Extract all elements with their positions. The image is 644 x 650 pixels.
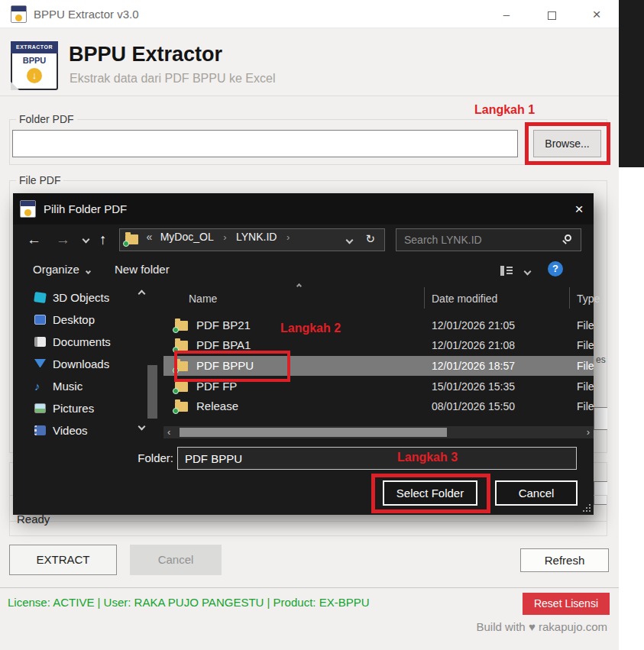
sidebar-scrollbar-thumb[interactable] bbox=[147, 365, 157, 419]
folder-icon bbox=[175, 341, 188, 351]
pictures-icon bbox=[34, 403, 46, 413]
sidebar-item-documents[interactable]: Documents bbox=[13, 331, 147, 353]
3d-objects-icon bbox=[34, 292, 47, 303]
refresh-button[interactable]: Refresh bbox=[520, 548, 609, 572]
folder-pdf-input[interactable] bbox=[12, 130, 518, 157]
dialog-cancel-button[interactable]: Cancel bbox=[495, 480, 578, 506]
help-icon[interactable]: ? bbox=[548, 261, 563, 276]
view-dropdown-icon[interactable] bbox=[524, 268, 532, 276]
scroll-left-icon[interactable]: ‹ bbox=[167, 426, 170, 438]
app-window: BPPU Extractor v3.0 EXTRACTOR BPPU ↓ BPP… bbox=[0, 0, 619, 650]
sync-badge-icon bbox=[173, 388, 179, 394]
screen: BPPU Extractor v3.0 EXTRACTOR BPPU ↓ BPP… bbox=[0, 0, 644, 650]
history-chevron-icon[interactable] bbox=[83, 236, 90, 244]
credit-text: Build with ♥ rakapujo.com bbox=[0, 620, 607, 633]
maximize-icon bbox=[548, 11, 556, 20]
sort-ascending-icon bbox=[296, 283, 302, 289]
sync-badge-icon bbox=[173, 408, 179, 414]
downloads-icon bbox=[34, 359, 46, 369]
sidebar-item-downloads[interactable]: Downloads bbox=[13, 353, 147, 375]
screen-black-region bbox=[619, 0, 644, 167]
hidden-button-fragment-1 bbox=[594, 407, 607, 430]
page-fold bbox=[11, 82, 19, 90]
refresh-icon[interactable] bbox=[365, 232, 375, 246]
breadcrumb-root[interactable]: MyDoc_OL bbox=[160, 231, 214, 243]
close-button[interactable] bbox=[581, 0, 612, 28]
folder-field-label: Folder: bbox=[134, 447, 173, 470]
resize-grip[interactable] bbox=[581, 503, 591, 512]
sync-badge-icon bbox=[173, 327, 179, 333]
sync-badge-icon bbox=[123, 241, 129, 247]
file-row[interactable]: Release08/01/2026 15:50File folder bbox=[163, 396, 594, 416]
reset-license-button[interactable]: Reset Lisensi bbox=[523, 593, 610, 615]
organize-menu[interactable]: Organize bbox=[33, 255, 90, 284]
videos-icon bbox=[34, 425, 46, 435]
breadcrumb-current[interactable]: LYNK.ID bbox=[236, 231, 277, 243]
maximize-button[interactable] bbox=[536, 0, 567, 28]
back-icon[interactable] bbox=[27, 225, 41, 255]
breadcrumb-prefix: « bbox=[146, 231, 152, 243]
horizontal-scrollbar[interactable]: ‹ › bbox=[163, 426, 594, 438]
annotation-box-step-3 bbox=[371, 474, 490, 513]
app-logo: EXTRACTOR BPPU ↓ bbox=[11, 41, 58, 90]
download-icon: ↓ bbox=[27, 68, 42, 83]
breadcrumb[interactable]: « MyDoc_OL › LYNK.ID › bbox=[119, 228, 385, 251]
logo-banner: EXTRACTOR bbox=[11, 41, 58, 53]
logo-label: BPPU bbox=[12, 56, 57, 65]
license-text: License: ACTIVE | User: RAKA PUJO PANGES… bbox=[8, 596, 370, 609]
column-divider bbox=[424, 287, 425, 309]
documents-icon bbox=[34, 337, 46, 347]
sidebar-item-videos[interactable]: Videos bbox=[13, 419, 147, 441]
address-dropdown-icon[interactable] bbox=[346, 237, 354, 244]
text-fragment: es bbox=[596, 354, 606, 365]
folder-pdf-label: Folder PDF bbox=[16, 113, 77, 125]
footer-divider bbox=[0, 587, 619, 588]
annotation-step-1: Langkah 1 bbox=[474, 103, 535, 117]
search-placeholder: Search LYNK.ID bbox=[404, 229, 482, 251]
annotation-box-step-2 bbox=[174, 351, 290, 382]
organize-chevron-icon bbox=[86, 269, 91, 274]
scrollbar-thumb[interactable] bbox=[180, 428, 447, 437]
scroll-right-icon[interactable]: › bbox=[587, 426, 590, 438]
breadcrumb-sep-2: › bbox=[286, 231, 290, 243]
sidebar-item-desktop[interactable]: Desktop bbox=[13, 309, 147, 331]
folder-name-input[interactable] bbox=[177, 447, 577, 470]
column-name[interactable]: Name bbox=[189, 289, 217, 309]
search-icon[interactable] bbox=[565, 234, 571, 241]
view-details-icon[interactable] bbox=[500, 266, 513, 276]
column-type[interactable]: Type bbox=[577, 289, 600, 309]
folder-icon bbox=[125, 234, 138, 244]
column-date-modified[interactable]: Date modified bbox=[432, 289, 497, 309]
sidebar-item-3d-objects[interactable]: 3D Objects bbox=[13, 286, 147, 309]
up-icon[interactable] bbox=[99, 225, 107, 255]
dialog-close-button[interactable] bbox=[565, 193, 594, 225]
page-subtitle: Ekstrak data dari PDF BPPU ke Excel bbox=[70, 72, 275, 86]
page-title: BPPU Extractor bbox=[69, 43, 222, 66]
title-bar: BPPU Extractor v3.0 bbox=[0, 0, 619, 28]
folder-dialog: Pilih Folder PDF « MyDoc_OL › LYNK.ID › … bbox=[13, 193, 594, 515]
app-icon bbox=[11, 5, 27, 23]
desktop-icon bbox=[34, 315, 46, 325]
dialog-title-bar: Pilih Folder PDF bbox=[13, 193, 594, 225]
folder-icon bbox=[175, 402, 188, 412]
minimize-button[interactable] bbox=[491, 0, 522, 28]
file-pdf-label: File PDF bbox=[16, 174, 63, 186]
dialog-icon bbox=[20, 200, 36, 218]
music-icon: ♪ bbox=[34, 381, 46, 391]
new-folder-button[interactable]: New folder bbox=[115, 255, 170, 284]
annotation-step-3: Langkah 3 bbox=[397, 451, 458, 464]
folder-icon bbox=[175, 321, 188, 331]
folder-icon bbox=[175, 382, 188, 392]
annotation-step-2: Langkah 2 bbox=[280, 322, 341, 335]
column-divider bbox=[569, 287, 570, 309]
forward-icon[interactable] bbox=[56, 225, 70, 255]
dialog-title: Pilih Folder PDF bbox=[44, 193, 127, 225]
breadcrumb-sep-1: › bbox=[223, 231, 226, 243]
annotation-box-step-1 bbox=[525, 122, 610, 165]
sidebar-item-music[interactable]: ♪Music bbox=[13, 375, 147, 397]
window-title: BPPU Extractor v3.0 bbox=[34, 0, 139, 28]
search-box[interactable]: Search LYNK.ID bbox=[396, 228, 581, 251]
sidebar-item-pictures[interactable]: Pictures bbox=[13, 397, 147, 419]
extract-button[interactable]: EXTRACT bbox=[9, 545, 117, 575]
file-row[interactable]: PDF BP2112/01/2026 21:05File folder bbox=[163, 315, 594, 335]
